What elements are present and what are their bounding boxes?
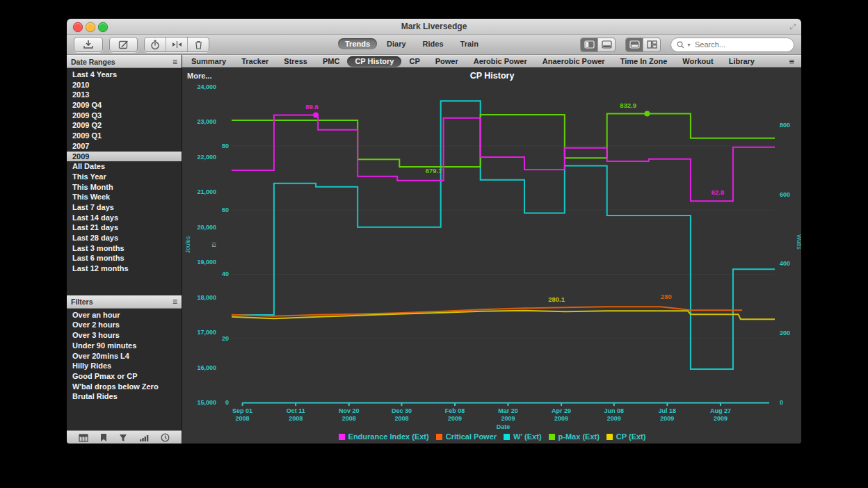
layout-toggle-group	[625, 38, 661, 52]
compose-button[interactable]	[109, 37, 138, 52]
interval-button[interactable]	[145, 38, 166, 51]
tab-cp-history[interactable]: CP History	[347, 56, 401, 67]
svg-text:89.6: 89.6	[305, 103, 319, 111]
sidebar-left-icon	[584, 40, 595, 49]
sidebar-item[interactable]: Over an hour	[67, 310, 182, 320]
svg-text:832.9: 832.9	[620, 101, 636, 109]
date-ranges-header[interactable]: Date Ranges ≡	[67, 55, 182, 68]
tiled-view-button[interactable]	[626, 38, 643, 51]
tab-stress[interactable]: Stress	[276, 56, 315, 67]
legend-swatch	[339, 434, 345, 440]
sidebar-item[interactable]: W'bal drops below Zero	[67, 382, 182, 392]
tab-pmc[interactable]: PMC	[315, 56, 347, 67]
sidebar-item[interactable]: 2009 Q3	[67, 111, 182, 121]
svg-text:Sep 01: Sep 01	[232, 407, 252, 414]
tab-aerobic-power[interactable]: Aerobic Power	[466, 56, 535, 67]
sidebar-item[interactable]: 2009 Q2	[67, 120, 182, 131]
bookmark-icon[interactable]	[100, 433, 107, 442]
sidebar-item[interactable]: Last 12 months	[67, 263, 182, 274]
sidebar-item[interactable]: Last 14 days	[67, 213, 182, 223]
svg-text:Mar 20: Mar 20	[498, 407, 518, 414]
filters-menu-icon[interactable]: ≡	[172, 297, 177, 307]
svg-text:280: 280	[661, 293, 672, 300]
sidebar-item[interactable]: Last 28 days	[67, 233, 182, 243]
sidebar-item[interactable]: 2009 Q4	[67, 100, 182, 111]
filter-funnel-icon[interactable]	[119, 434, 127, 442]
sidebar-item[interactable]: This Year	[67, 172, 182, 182]
sidebar-item[interactable]: Last 4 Years	[67, 70, 182, 80]
view-switcher-diary[interactable]: Diary	[380, 38, 413, 49]
title-bar[interactable]: Mark Liversedge ⤢	[67, 19, 801, 35]
app-window: Mark Liversedge ⤢ TrendsDiaryRidesTrain	[67, 19, 801, 444]
sidebar-toggle-button[interactable]	[581, 38, 598, 51]
tabbar-menu-icon[interactable]: ≡	[789, 56, 800, 67]
tab-library[interactable]: Library	[721, 56, 762, 67]
svg-text:0: 0	[225, 399, 229, 406]
sidebar-item[interactable]: Over 20mins L4	[67, 351, 182, 361]
view-switcher-train[interactable]: Train	[453, 38, 485, 49]
tab-power[interactable]: Power	[428, 56, 466, 67]
sidebar-item[interactable]: Last 7 days	[67, 202, 182, 213]
search-scope-caret[interactable]: ▼	[686, 42, 691, 47]
sidebar-item[interactable]: Hilly Rides	[67, 361, 182, 371]
trash-icon	[194, 40, 203, 49]
bar-chart-icon[interactable]	[139, 434, 149, 442]
sidebar-item[interactable]: 2007	[67, 141, 182, 152]
sidebar-item[interactable]: Good Pmax or CP	[67, 371, 182, 382]
sidebar-item[interactable]: 2009	[67, 152, 182, 162]
svg-text:18,000: 18,000	[197, 294, 216, 301]
tiled-view-icon	[629, 40, 640, 49]
download-button[interactable]	[74, 37, 103, 52]
grid-view-button[interactable]	[643, 38, 660, 51]
cp-history-chart[interactable]: Sep 012008Oct 112008Nov 202008Dec 302008…	[182, 68, 801, 430]
series-p-Max (Ext)	[232, 114, 775, 167]
sidebar-item[interactable]: 2013	[67, 90, 182, 100]
sidebar-item[interactable]: Last 3 months	[67, 243, 182, 254]
bottombar-toggle-button[interactable]	[598, 38, 615, 51]
sidebar-item[interactable]: 2010	[67, 80, 182, 90]
svg-text:2008: 2008	[236, 415, 250, 422]
table-icon[interactable]	[79, 434, 88, 442]
legend-swatch	[504, 434, 510, 440]
split-button[interactable]	[166, 38, 188, 51]
tab-workout[interactable]: Workout	[675, 56, 721, 67]
download-icon	[83, 40, 94, 49]
svg-text:2008: 2008	[342, 415, 356, 422]
sidebar-item[interactable]: 2009 Q1	[67, 131, 182, 141]
tab-tracker[interactable]: Tracker	[234, 56, 276, 67]
tab-time-in-zone[interactable]: Time In Zone	[613, 56, 675, 67]
sidebar-item[interactable]: Over 2 hours	[67, 320, 182, 330]
view-switcher-rides[interactable]: Rides	[416, 38, 451, 49]
sidebar-item[interactable]: Last 6 months	[67, 253, 182, 263]
filters-header[interactable]: Filters ≡	[67, 295, 182, 309]
search-field[interactable]: ▼	[670, 38, 794, 52]
sidebar-item[interactable]: Over 3 hours	[67, 330, 182, 341]
legend-item: Critical Power	[436, 432, 497, 441]
view-switcher-trends[interactable]: Trends	[338, 38, 377, 49]
svg-text:Aug 27: Aug 27	[710, 407, 731, 414]
sidebar-item[interactable]: Brutal Rides	[67, 391, 182, 402]
date-ranges-list: Last 4 Years201020132009 Q42009 Q32009 Q…	[67, 68, 182, 274]
tab-anaerobic-power[interactable]: Anaerobic Power	[535, 56, 613, 67]
sidebar-item[interactable]: All Dates	[67, 161, 182, 172]
tab-summary[interactable]: Summary	[184, 56, 234, 67]
filters-list: Over an hourOver 2 hoursOver 3 hoursUnde…	[67, 309, 182, 402]
chart-pane: More... CP History Sep 012008Oct 112008N…	[182, 68, 801, 444]
sidebar-item[interactable]: This Month	[67, 182, 182, 193]
legend-swatch	[436, 434, 442, 440]
delete-button[interactable]	[188, 38, 209, 51]
tab-cp[interactable]: CP	[401, 56, 427, 67]
clock-icon[interactable]	[161, 433, 170, 442]
sidebar-item[interactable]: Under 90 minutes	[67, 341, 182, 351]
bottom-bar-icon	[602, 40, 612, 49]
search-input[interactable]	[693, 40, 773, 49]
sidebar-item[interactable]: This Week	[67, 192, 182, 202]
svg-text:2009: 2009	[501, 415, 515, 422]
svg-text:2008: 2008	[394, 415, 408, 422]
fullscreen-icon[interactable]: ⤢	[789, 22, 796, 31]
date-ranges-menu-icon[interactable]: ≡	[172, 57, 177, 67]
sidebar-item[interactable]: Last 21 days	[67, 222, 182, 233]
svg-text:Jul 18: Jul 18	[659, 407, 677, 414]
svg-text:Apr 29: Apr 29	[552, 407, 571, 414]
svg-text:60: 60	[222, 206, 229, 213]
